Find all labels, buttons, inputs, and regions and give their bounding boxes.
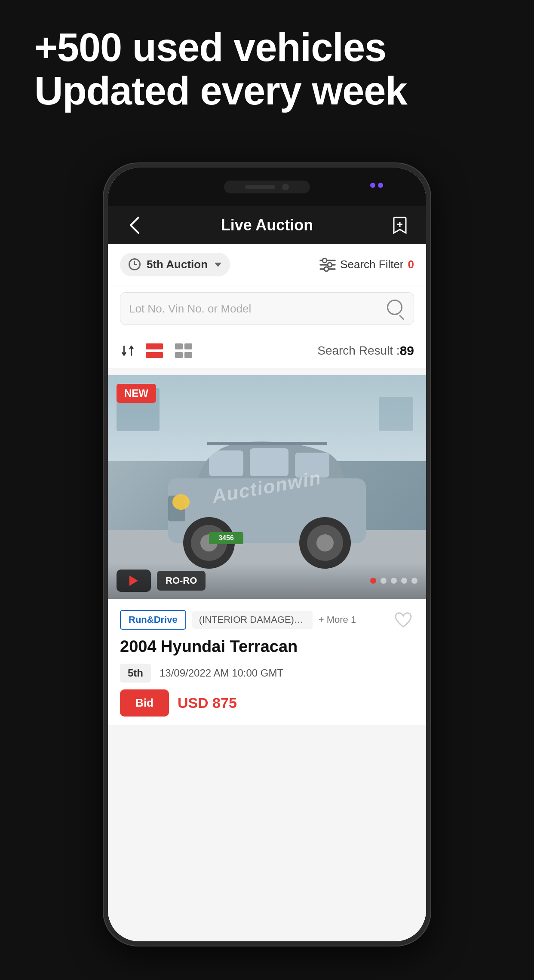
new-badge: NEW: [117, 384, 156, 403]
svg-rect-10: [175, 343, 183, 349]
app-nav: Live Auction: [108, 206, 426, 244]
svg-rect-16: [250, 448, 288, 476]
hero-text: +500 used vehicles Updated every week: [34, 26, 500, 113]
speaker: [245, 185, 275, 189]
svg-rect-11: [184, 343, 192, 349]
svg-rect-9: [146, 352, 163, 358]
hero-line2: Updated every week: [34, 69, 500, 113]
filter-bar: 5th Auction Search Filter 0: [108, 244, 426, 285]
bookmark-button[interactable]: [389, 214, 411, 236]
filter-sliders-icon: [319, 258, 336, 272]
back-button[interactable]: [123, 214, 145, 236]
svg-text:3456: 3456: [218, 534, 234, 542]
search-filter-button[interactable]: Search Filter 0: [319, 258, 414, 272]
svg-rect-15: [209, 450, 243, 476]
play-icon: [129, 576, 138, 586]
search-result-label: Search Result :: [317, 344, 399, 358]
price-text: USD 875: [178, 695, 237, 711]
video-button[interactable]: [117, 570, 151, 592]
search-icon: [387, 300, 405, 318]
clock-icon: [129, 258, 141, 270]
image-dots: [370, 578, 417, 584]
dot-3: [391, 578, 397, 584]
favorite-button[interactable]: [393, 609, 414, 631]
auction-label: 5th Auction: [147, 258, 208, 271]
car-image-container: 3456 Auctionwin NEW: [108, 375, 426, 599]
filter-count: 0: [408, 258, 414, 271]
list-view-button[interactable]: [144, 340, 165, 361]
image-bottom-bar: RO-RO: [108, 563, 426, 599]
car-listing-card: 3456 Auctionwin NEW: [108, 375, 426, 725]
dot-5: [411, 578, 417, 584]
bid-button[interactable]: Bid: [120, 689, 169, 717]
view-controls: Search Result : 89: [108, 334, 426, 368]
hero-line1: +500 used vehicles: [34, 26, 500, 69]
damage-tag: (INTERIOR DAMAGE) Au...: [192, 611, 313, 629]
nav-title: Live Auction: [221, 216, 313, 234]
svg-point-5: [322, 258, 327, 263]
auction-num-badge: 5th: [120, 664, 151, 683]
car-name: 2004 Hyundai Terracan: [120, 637, 414, 656]
svg-point-23: [316, 534, 334, 551]
phone-notch: [224, 181, 310, 193]
svg-point-25: [172, 494, 190, 510]
svg-point-7: [324, 267, 328, 271]
auction-selector[interactable]: 5th Auction: [120, 253, 230, 276]
tags-row: Run&Drive (INTERIOR DAMAGE) Au... + More…: [120, 609, 414, 631]
auction-info-row: 5th 13/09/2022 AM 10:00 GMT: [120, 664, 414, 683]
search-input[interactable]: Lot No. Vin No. or Model: [129, 302, 387, 315]
search-result: Search Result : 89: [317, 343, 414, 358]
dot-2: [381, 578, 387, 584]
grid-view-button[interactable]: [173, 340, 194, 361]
search-result-count: 89: [400, 343, 414, 358]
car-details: Run&Drive (INTERIOR DAMAGE) Au... + More…: [108, 599, 426, 725]
price-row: Bid USD 875: [120, 689, 414, 717]
sort-button[interactable]: [120, 343, 135, 358]
camera: [282, 184, 289, 190]
search-bar-container: Lot No. Vin No. or Model: [108, 285, 426, 334]
phone-top-bar: [108, 168, 426, 206]
condition-tag: Run&Drive: [120, 610, 186, 630]
svg-rect-8: [146, 343, 163, 349]
more-tag: + More 1: [319, 614, 356, 625]
svg-rect-12: [175, 352, 183, 358]
roro-badge: RO-RO: [157, 571, 206, 591]
dot-4: [401, 578, 407, 584]
svg-rect-28: [207, 442, 327, 445]
phone-frame: Live Auction 5th Auction: [104, 163, 430, 946]
dot-1: [370, 578, 376, 584]
car-listings: 3456 Auctionwin NEW: [108, 368, 426, 941]
svg-point-6: [328, 263, 332, 267]
auction-date: 13/09/2022 AM 10:00 GMT: [160, 667, 283, 679]
search-input-wrapper[interactable]: Lot No. Vin No. or Model: [120, 292, 414, 325]
svg-rect-13: [184, 352, 192, 358]
filter-label: Search Filter: [340, 258, 403, 271]
dropdown-arrow-icon: [215, 263, 221, 267]
